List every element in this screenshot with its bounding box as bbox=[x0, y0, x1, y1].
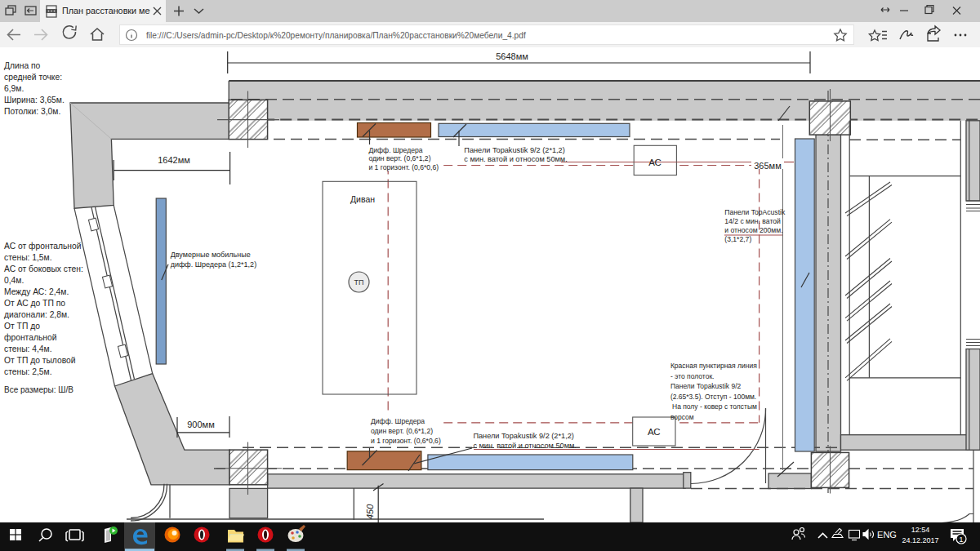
svg-text:12:54: 12:54 bbox=[911, 526, 930, 534]
svg-text:- это полоток.: - это полоток. bbox=[670, 372, 715, 380]
svg-text:24.12.2017: 24.12.2017 bbox=[902, 536, 938, 544]
svg-text:Диван: Диван bbox=[350, 194, 375, 204]
svg-text:6,9м.: 6,9м. bbox=[4, 84, 24, 93]
svg-text:(2.65*3.5). Отступ - 100мм.: (2.65*3.5). Отступ - 100мм. bbox=[670, 393, 756, 401]
svg-text:АС: АС bbox=[648, 158, 662, 167]
svg-text:стены: 2,5м.: стены: 2,5м. bbox=[4, 367, 52, 376]
svg-text:От АС до ТП по: От АС до ТП по bbox=[4, 299, 65, 308]
svg-text:АС от боковых стен:: АС от боковых стен: bbox=[4, 264, 83, 273]
svg-text:один верт. (0,6*1,2): один верт. (0,6*1,2) bbox=[371, 427, 433, 435]
svg-text:Все размеры: Ш/В: Все размеры: Ш/В bbox=[4, 385, 74, 394]
svg-text:и 1 горизонт. (0,6*0,6): и 1 горизонт. (0,6*0,6) bbox=[371, 437, 441, 445]
svg-text:1642мм: 1642мм bbox=[158, 155, 190, 165]
svg-text:Панели Topakustik 9/2 (2*1,2): Панели Topakustik 9/2 (2*1,2) bbox=[473, 432, 574, 440]
svg-text:с мин. ватой и относом 50мм.: с мин. ватой и относом 50мм. bbox=[464, 155, 567, 163]
svg-text:Дифф. Шредера: Дифф. Шредера bbox=[371, 417, 425, 425]
svg-text:Между АС: 2,4м.: Между АС: 2,4м. bbox=[4, 287, 69, 296]
svg-text:ворсом: ворсом bbox=[670, 413, 694, 421]
svg-text:Ширина: 3,65м.: Ширина: 3,65м. bbox=[4, 96, 65, 104]
svg-text:один верт. (0,6*1,2): один верт. (0,6*1,2) bbox=[368, 154, 430, 162]
svg-text:Красная пунктирная линия: Красная пунктирная линия bbox=[670, 362, 757, 370]
svg-text:АС: АС bbox=[648, 427, 661, 437]
svg-text:с мин. ватой и относом 50мм.: с мин. ватой и относом 50мм. bbox=[473, 442, 576, 450]
svg-text:Дифф. Шредера: Дифф. Шредера bbox=[368, 146, 422, 154]
svg-text:Двумерные мобильные: Двумерные мобильные bbox=[171, 251, 251, 259]
svg-text:На полу - ковер с толстым: На полу - ковер с толстым bbox=[672, 402, 757, 411]
svg-text:От ТП до тыловой: От ТП до тыловой bbox=[4, 356, 76, 365]
svg-text:Потолки: 3,0м.: Потолки: 3,0м. bbox=[4, 107, 60, 116]
svg-text:ТП: ТП bbox=[354, 278, 364, 287]
svg-text:и относом 200мм.: и относом 200мм. bbox=[724, 226, 782, 234]
svg-text:14/2 с мин. ватой: 14/2 с мин. ватой bbox=[724, 217, 781, 225]
svg-text:От ТП до: От ТП до bbox=[4, 322, 40, 331]
svg-text:и 1 горизонт. (0,6*0,6): и 1 горизонт. (0,6*0,6) bbox=[368, 163, 439, 171]
svg-text:Панели Topakustik 9/2: Панели Topakustik 9/2 bbox=[670, 382, 742, 390]
svg-text:стены: 4,4м.: стены: 4,4м. bbox=[4, 344, 52, 353]
svg-text:ENG: ENG bbox=[877, 530, 897, 540]
svg-text:900мм: 900мм bbox=[187, 420, 214, 429]
svg-text:стены: 1,5м.: стены: 1,5м. bbox=[4, 253, 52, 262]
svg-text:Панели TopAcustik: Панели TopAcustik bbox=[724, 208, 786, 216]
svg-text:фронтальной: фронтальной bbox=[4, 333, 57, 342]
svg-text:450: 450 bbox=[365, 504, 375, 519]
svg-text:0,4м.: 0,4м. bbox=[4, 276, 24, 285]
svg-text:диагонали: 2,8м.: диагонали: 2,8м. bbox=[4, 310, 69, 319]
svg-text:1: 1 bbox=[959, 535, 963, 544]
svg-text:Длина по: Длина по bbox=[4, 61, 41, 70]
svg-text:5648мм: 5648мм bbox=[496, 51, 528, 61]
svg-text:365мм: 365мм bbox=[754, 161, 781, 171]
svg-text:(3,1*2,7): (3,1*2,7) bbox=[724, 235, 751, 243]
svg-text:Панели Topakustik 9/2 (2*1,2): Панели Topakustik 9/2 (2*1,2) bbox=[464, 146, 565, 154]
svg-text:АС от фронтальной: АС от фронтальной bbox=[4, 242, 82, 251]
svg-text:дифф. Шредера (1,2*1,2): дифф. Шредера (1,2*1,2) bbox=[171, 260, 256, 269]
svg-text:средней точке:: средней точке: bbox=[4, 73, 62, 82]
